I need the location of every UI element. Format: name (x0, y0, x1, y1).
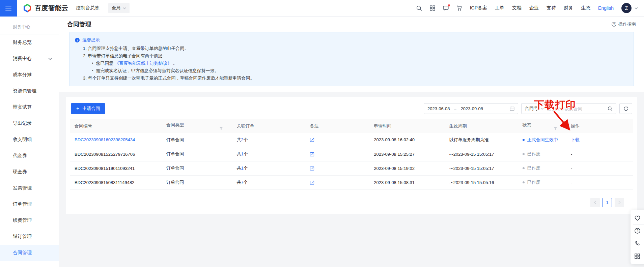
tip-bullet-1: • 您已同意 《百度智能云线上订购协议》 。 (92, 60, 628, 67)
favorite-heart-icon[interactable] (631, 212, 644, 224)
help-circle-icon[interactable]: ? (631, 225, 644, 237)
sidebar-item-contract-management[interactable]: 合同管理 (0, 245, 59, 261)
action-empty: - (571, 166, 572, 171)
nav-link-work-order[interactable]: 工单 (495, 5, 504, 11)
nav-link-support[interactable]: 支持 (547, 5, 556, 11)
date-start-value[interactable]: 2023-06-08 (427, 106, 450, 111)
message-icon[interactable] (443, 5, 449, 11)
search-submit-icon[interactable] (604, 103, 616, 114)
contract-id: BDC202309081519011093241 (75, 166, 135, 171)
sidebar-item-consume-center[interactable]: 消费中心 (0, 51, 59, 67)
help-circle-icon: ? (612, 22, 616, 27)
sidebar-item-order-management[interactable]: 订单管理 (0, 196, 59, 212)
scope-label: 全局 (112, 5, 120, 11)
refresh-button[interactable] (619, 103, 632, 114)
phone-contact-icon[interactable] (631, 237, 644, 250)
floating-side-toolbar: ? (631, 210, 644, 264)
date-range-picker[interactable]: 2023-06-08 → 2023-09-08 (424, 103, 518, 114)
apps-grid-icon[interactable] (430, 5, 435, 11)
sidebar-item-unsubscribe-management[interactable]: 退订管理 (0, 229, 59, 245)
sidebar-item-voucher[interactable]: 代金券 (0, 148, 59, 164)
sidebar-item-renewal-management[interactable]: 续费管理 (0, 212, 59, 229)
apply-time: 2023-09-08 15:08:31 (374, 180, 415, 185)
svg-text:?: ? (637, 229, 639, 233)
sidebar-item-label: 收支明细 (13, 137, 32, 143)
pagination-page-1[interactable]: 1 (603, 198, 612, 207)
sidebar-item-label: 导出记录 (13, 120, 32, 126)
related-orders: 共7个 (232, 175, 305, 189)
cart-icon[interactable] (456, 5, 462, 11)
nav-link-finance[interactable]: 财务 (564, 5, 573, 11)
menu-toggle-button[interactable] (0, 0, 17, 17)
contract-id: BDC202309081508311149482 (75, 180, 134, 185)
sidebar-item-invoice-management[interactable]: 发票管理 (0, 180, 59, 196)
nav-link-enterprise[interactable]: 企业 (529, 5, 539, 11)
remark-edit-icon[interactable] (310, 180, 365, 185)
tip-item-1: 1. 合同管理支持您申请、查看带订单信息的电子合同。 (83, 45, 628, 52)
bullet-dot: • (92, 60, 93, 67)
download-link[interactable]: 下载 (571, 137, 580, 142)
nav-link-icp-filing[interactable]: ICP备案 (470, 5, 487, 11)
filter-funnel-icon[interactable] (219, 127, 223, 130)
status-dot (523, 153, 525, 155)
apply-time: 2023-09-08 16:02:40 (374, 137, 415, 142)
sidebar-item-finance-overview[interactable]: 财务总览 (0, 34, 59, 51)
table-row: BDC202309081508311149482 订单合同 共7个 2023-0… (70, 175, 633, 189)
sidebar-item-label: 消费中心 (13, 56, 32, 62)
agreement-link[interactable]: 《百度智能云线上订购协议》 (115, 61, 172, 66)
sidebar-item-cost-allocation[interactable]: 成本分摊 (0, 67, 59, 83)
col-valid-period: 生效周期 (445, 119, 518, 133)
date-end-value[interactable]: 2023-09-08 (461, 106, 483, 111)
contract-id-link[interactable]: BDC202309081602398205434 (75, 137, 135, 142)
apply-contract-button[interactable]: + 申请合同 (71, 103, 105, 114)
search-icon[interactable] (416, 5, 422, 11)
col-contract-id: 合同编号 (70, 119, 162, 133)
contract-search-input[interactable] (547, 106, 604, 111)
nav-link-ecosystem[interactable]: 生态 (581, 5, 590, 11)
plus-icon: + (76, 106, 79, 111)
scope-selector[interactable]: 全局 (108, 3, 130, 13)
main-content: 合同管理 ? 操作指南 温馨提示 1. 合同管理支持您申请、查看带订单信息的电子… (59, 17, 644, 267)
avatar[interactable]: Z (621, 3, 632, 13)
sidebar-item-bandwidth-calc[interactable]: 带宽试算 (0, 99, 59, 115)
console-overview-link[interactable]: 控制台总览 (76, 5, 100, 11)
pagination-next-button[interactable] (615, 198, 624, 207)
pagination-prev-button[interactable] (590, 198, 600, 207)
sidebar-item-resource-package[interactable]: 资源包管理 (0, 83, 59, 99)
sidebar-item-label: 成本分摊 (13, 72, 32, 78)
status-dot (523, 139, 525, 141)
remark-edit-icon[interactable] (310, 166, 365, 171)
nav-link-docs[interactable]: 文档 (512, 5, 522, 11)
notification-badge (448, 4, 450, 6)
brand-logo[interactable]: 百度智能云 (23, 4, 68, 12)
apply-time: 2023-09-08 15:19:02 (374, 166, 415, 171)
tip-bullet-2: • 需完成实名认证，甲方信息必须与当前实名认证信息保持一致。 (92, 67, 628, 75)
date-arrow-icon: → (453, 106, 457, 111)
page-title: 合同管理 (67, 20, 91, 28)
sidebar-item-export-records[interactable]: 导出记录 (0, 115, 59, 131)
tip-item-2: 2. 申请带订单信息的电子合同有两个前提: (83, 52, 628, 60)
related-orders: 共1个 (232, 147, 305, 161)
remark-edit-icon[interactable] (310, 137, 365, 142)
contract-type: 订单合同 (166, 166, 184, 171)
sidebar-item-cash-coupon[interactable]: 现金券 (0, 164, 59, 180)
status-badge: 已作废 (523, 151, 562, 157)
status-badge: 已作废 (523, 179, 562, 185)
operation-guide-link[interactable]: ? 操作指南 (612, 21, 636, 27)
search-field-select[interactable]: 合同号 (522, 106, 547, 112)
sidebar: 财务中心 财务总览 消费中心 成本分摊 资源包管理 带宽试算 导出记录 收支明细… (0, 17, 59, 267)
sidebar-item-income-expense[interactable]: 收支明细 (0, 131, 59, 148)
tips-title: 温馨提示 (82, 36, 100, 44)
apps-grid-icon[interactable] (631, 250, 644, 262)
remark-edit-icon[interactable] (310, 152, 365, 157)
contract-table: 合同编号 合同类型 关联订单 备注 申请时间 生效周期 状态 操作 BDC202… (70, 119, 633, 190)
action-empty: - (571, 180, 572, 185)
valid-period: -~2023-09-15 15:05:16 (449, 180, 494, 185)
contract-search-combo: 合同号 (521, 103, 616, 114)
language-switch[interactable]: English (598, 5, 614, 11)
sidebar-section-title: 财务中心 (0, 18, 59, 34)
filter-funnel-icon[interactable] (554, 127, 557, 130)
col-status: 状态 (518, 119, 566, 133)
avatar-chevron-down-icon[interactable] (635, 7, 638, 9)
status-dot (523, 181, 525, 183)
